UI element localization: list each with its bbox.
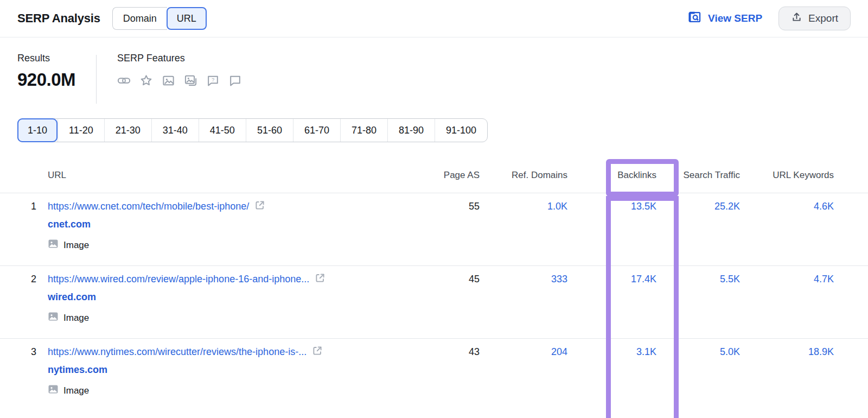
url-cell: https://www.wired.com/review/apple-iphon… (36, 266, 409, 338)
ref-domains-value[interactable]: 204 (480, 339, 567, 411)
position-range-tab[interactable]: 41-50 (199, 119, 246, 142)
column-header-page-as[interactable]: Page AS (409, 170, 480, 181)
position-range-tab[interactable]: 91-100 (435, 119, 487, 142)
search-traffic-value[interactable]: 25.2K (656, 193, 740, 265)
toggle-url-button[interactable]: URL (167, 7, 207, 30)
external-link-icon[interactable] (254, 200, 265, 213)
table-body: 1 https://www.cnet.com/tech/mobile/best-… (0, 193, 868, 411)
table-header-row: URL Page AS Ref. Domains Backlinks Searc… (0, 157, 868, 193)
result-url-link[interactable]: https://www.cnet.com/tech/mobile/best-ip… (48, 201, 249, 212)
page-title: SERP Analysis (17, 11, 100, 26)
view-serp-link[interactable]: View SERP (687, 10, 762, 27)
image-badge-icon (48, 384, 59, 397)
result-domain-link[interactable]: nytimes.com (48, 364, 107, 376)
view-serp-label: View SERP (708, 12, 762, 24)
table-row: 1 https://www.cnet.com/tech/mobile/best-… (0, 193, 868, 266)
backlinks-value[interactable]: 3.1K (567, 339, 656, 411)
position-range-tab[interactable]: 21-30 (104, 119, 151, 142)
url-cell: https://www.nytimes.com/wirecutter/revie… (36, 339, 409, 411)
image-pack-icon[interactable] (184, 74, 197, 87)
serp-features-block: SERP Features (117, 53, 242, 104)
top-bar: SERP Analysis Domain URL View SERP (0, 0, 868, 37)
star-icon[interactable] (139, 74, 153, 87)
results-table: URL Page AS Ref. Domains Backlinks Searc… (0, 157, 868, 411)
position-range-tab[interactable]: 81-90 (387, 119, 435, 142)
link-icon[interactable] (117, 74, 131, 87)
url-keywords-value[interactable]: 4.7K (740, 266, 834, 338)
table-row: 3 https://www.nytimes.com/wirecutter/rev… (0, 339, 868, 411)
summary-divider (96, 55, 97, 104)
toggle-domain-button[interactable]: Domain (112, 7, 167, 30)
table-row: 2 https://www.wired.com/review/apple-iph… (0, 266, 868, 339)
export-button[interactable]: Export (778, 7, 851, 30)
backlinks-value[interactable]: 17.4K (567, 266, 656, 338)
results-label: Results (17, 53, 75, 64)
serp-analysis-page: SERP Analysis Domain URL View SERP (0, 0, 868, 418)
external-link-icon[interactable] (312, 345, 323, 358)
ref-domains-value[interactable]: 1.0K (480, 193, 567, 265)
page-as-value: 43 (409, 339, 480, 411)
summary-section: Results 920.0M SERP Features (0, 37, 868, 104)
comment-bubble-icon[interactable] (228, 74, 242, 87)
position-number: 2 (18, 266, 36, 338)
search-traffic-value[interactable]: 5.0K (656, 339, 740, 411)
image-badge-icon (48, 311, 59, 325)
result-url-link[interactable]: https://www.wired.com/review/apple-iphon… (48, 274, 309, 285)
result-domain-link[interactable]: cnet.com (48, 219, 91, 230)
result-url-link[interactable]: https://www.nytimes.com/wirecutter/revie… (48, 346, 307, 358)
serp-feature-badge: Image (48, 238, 409, 252)
position-range-tab[interactable]: 71-80 (340, 119, 387, 142)
feature-badge-label: Image (63, 313, 89, 324)
column-header-search-traffic[interactable]: Search Traffic (656, 170, 740, 181)
page-as-value: 45 (409, 266, 480, 338)
domain-url-toggle: Domain URL (112, 7, 207, 30)
page-as-value: 55 (409, 193, 480, 265)
result-domain-link[interactable]: wired.com (48, 292, 96, 303)
url-keywords-value[interactable]: 18.9K (740, 339, 834, 411)
external-link-icon[interactable] (315, 273, 326, 286)
column-header-backlinks[interactable]: Backlinks (567, 170, 656, 181)
url-keywords-value[interactable]: 4.6K (740, 193, 834, 265)
top-bar-actions: View SERP Export (687, 7, 851, 30)
faq-bubble-icon[interactable]: ? (206, 74, 220, 87)
search-traffic-value[interactable]: 5.5K (656, 266, 740, 338)
position-range-tab[interactable]: 61-70 (293, 119, 340, 142)
column-header-ref-domains[interactable]: Ref. Domains (480, 170, 567, 181)
column-header-url[interactable]: URL (36, 170, 409, 181)
serp-feature-badge: Image (48, 384, 409, 397)
column-header-url-keywords[interactable]: URL Keywords (740, 170, 834, 181)
results-block: Results 920.0M (17, 53, 75, 104)
serp-features-label: SERP Features (117, 53, 242, 64)
export-label: Export (808, 12, 838, 24)
url-cell: https://www.cnet.com/tech/mobile/best-ip… (36, 193, 409, 265)
results-value: 920.0M (17, 69, 75, 90)
position-range-tab[interactable]: 11-20 (58, 119, 104, 142)
backlinks-value[interactable]: 13.5K (567, 193, 656, 265)
upload-icon (791, 11, 802, 26)
feature-badge-label: Image (63, 385, 89, 396)
image-badge-icon (48, 238, 59, 252)
feature-badge-label: Image (63, 240, 89, 251)
position-range-tab[interactable]: 31-40 (151, 119, 199, 142)
serp-feature-badge: Image (48, 311, 409, 325)
position-range-tab[interactable]: 51-60 (246, 119, 293, 142)
position-range-tabs: 1-1011-2021-3031-4041-5051-6061-7071-808… (17, 118, 488, 142)
serp-window-search-icon (687, 10, 702, 27)
position-range-tab[interactable]: 1-10 (17, 118, 58, 142)
image-icon[interactable] (162, 74, 175, 87)
position-number: 1 (18, 193, 36, 265)
ref-domains-value[interactable]: 333 (480, 266, 567, 338)
position-number: 3 (18, 339, 36, 411)
svg-text:?: ? (212, 77, 214, 83)
serp-feature-icons: ? (117, 74, 242, 87)
